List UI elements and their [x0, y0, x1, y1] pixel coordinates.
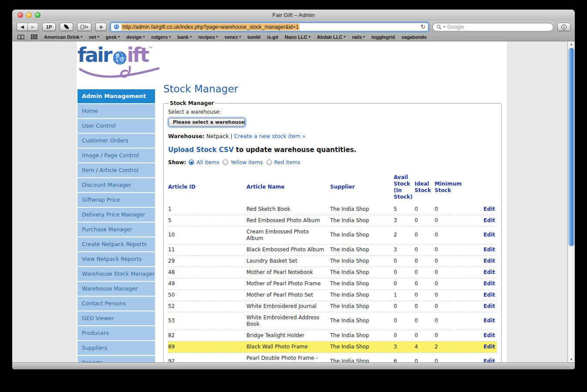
- edit-link[interactable]: Edit: [483, 247, 495, 253]
- close-button[interactable]: [17, 12, 23, 18]
- create-stock-item-link[interactable]: Create a new stock item »: [234, 133, 306, 139]
- edit-link[interactable]: Edit: [483, 358, 495, 362]
- edit-link[interactable]: Edit: [483, 292, 495, 298]
- bookmark-venez[interactable]: venez▾: [225, 34, 241, 40]
- resize-grip-icon[interactable]: [569, 363, 574, 368]
- logo-globe-icon: [113, 51, 127, 65]
- edit-link[interactable]: Edit: [483, 258, 495, 264]
- header-minimum-stock: Minimum Stock: [435, 181, 473, 194]
- sidebar-item-create-netpack-reports[interactable]: Create Netpack Reports: [78, 237, 155, 251]
- warehouse-line: Warehouse: Netpack | Create a new stock …: [168, 133, 497, 139]
- sidebar-item-warehouse-stock-manager[interactable]: Warehouse Stock Manager: [78, 267, 155, 281]
- bookmark-label: net: [89, 34, 96, 40]
- sidebar-item-geo-viewer[interactable]: GEO Viewer: [78, 311, 155, 325]
- bookmark-nano-llc[interactable]: Nano LLC▾: [285, 34, 310, 40]
- bookmark-label: Nano LLC: [285, 34, 307, 40]
- sidebar-item-giftwrap-price[interactable]: Giftwrap Price: [78, 193, 155, 207]
- sidebar-item-view-netpack-reports[interactable]: View Netpack Reports: [78, 252, 155, 266]
- radio-all-items[interactable]: All items: [189, 159, 219, 166]
- edit-link[interactable]: Edit: [483, 303, 495, 309]
- bookmark-net[interactable]: net▾: [89, 34, 99, 40]
- sidebar-item-contact-persons[interactable]: Contact Persons: [78, 297, 155, 311]
- desktop: Fair Gift – Admin ◀ ▶ 1P /> +: [0, 0, 587, 392]
- sidebar-item-home[interactable]: Home: [78, 104, 155, 118]
- bookmark-rails[interactable]: rails▾: [352, 34, 365, 40]
- bookmark-label: togglegrid: [371, 34, 395, 40]
- sidebar-item-user-control[interactable]: User Control: [78, 119, 155, 133]
- cell-article-name: White Embroidered Address Book: [246, 314, 330, 328]
- info-button[interactable]: i: [557, 23, 570, 31]
- window-title: Fair Gift – Admin: [12, 10, 575, 21]
- sidebar-item-suppliers[interactable]: Suppliers: [78, 341, 155, 355]
- cell-ideal-stock: 0: [415, 269, 435, 276]
- bookmark-bank[interactable]: bank▾: [177, 34, 192, 40]
- refresh-icon[interactable]: ↻: [421, 24, 425, 30]
- bookmark-rutgers[interactable]: rutgers▾: [151, 34, 171, 40]
- scroll-down-icon[interactable]: ▼: [568, 358, 575, 362]
- radio-red-items[interactable]: Red items: [267, 159, 300, 166]
- edit-link[interactable]: Edit: [483, 269, 495, 275]
- bookmark-design[interactable]: design▾: [126, 34, 145, 40]
- cell-actions: Edit: [473, 247, 497, 253]
- radio-icon: [189, 159, 194, 165]
- cell-ideal-stock: 0: [415, 206, 435, 213]
- address-bar[interactable]: http://admin.fairgift.co.uk/index.php?pa…: [111, 23, 428, 31]
- bookmark-vagabonds[interactable]: vagabonds: [401, 34, 427, 40]
- table-row: 50Mother of Pearl Photo SetThe India Sho…: [168, 290, 497, 301]
- bookmark-recipes[interactable]: recipes▾: [198, 34, 218, 40]
- sidebar-item-delivery-price-manager[interactable]: Delivery Price Manager: [78, 208, 155, 222]
- edit-link[interactable]: Edit: [483, 280, 495, 287]
- search-field[interactable]: ▼ Google: [432, 23, 553, 31]
- cell-actions: Edit: [473, 217, 497, 224]
- chevron-down-icon: ▾: [363, 35, 365, 39]
- radio-yellow-items[interactable]: Yellow items: [223, 159, 263, 166]
- warehouse-select[interactable]: Please select a warehouse ▲▼: [169, 118, 245, 127]
- panel-legend: Stock Manager: [169, 100, 215, 106]
- bookmark-togglegrid[interactable]: togglegrid: [371, 34, 395, 40]
- cell-avail-stock: 3: [394, 217, 415, 224]
- bookmarks-book-icon[interactable]: [17, 34, 24, 40]
- sidebar-item-customer-orders[interactable]: Customer Orders: [78, 134, 155, 148]
- sidebar-item-reports[interactable]: Reports: [78, 356, 155, 362]
- top-sites-icon[interactable]: [31, 34, 37, 39]
- edit-link[interactable]: Edit: [483, 232, 495, 238]
- edit-link[interactable]: Edit: [483, 344, 495, 350]
- back-button[interactable]: ◀: [17, 23, 27, 31]
- fairgift-logo[interactable]: fair ift ™: [78, 45, 165, 84]
- sidebar-item-warehouse-manager[interactable]: Warehouse Manager: [78, 282, 155, 296]
- bookmark-american-drink[interactable]: American Drink▾: [44, 34, 82, 40]
- edit-link[interactable]: Edit: [483, 206, 495, 212]
- sidebar-item-item-article-control[interactable]: Item / Article Control: [78, 163, 155, 177]
- bookmark-geek[interactable]: geek▾: [106, 34, 120, 40]
- title-bar[interactable]: Fair Gift – Admin: [12, 10, 575, 21]
- sidebar-item-purchase-manager[interactable]: Purchase Manager: [78, 223, 155, 237]
- one-password-button[interactable]: 1P: [42, 23, 56, 31]
- scrollbar-thumb[interactable]: [568, 48, 574, 246]
- forward-button[interactable]: ▶: [27, 23, 38, 31]
- header-supplier: Supplier: [330, 184, 394, 190]
- cell-supplier: The India Shop: [330, 344, 394, 350]
- code-button[interactable]: />: [77, 23, 91, 31]
- upload-stock-csv-link[interactable]: Upload Stock CSV: [168, 146, 234, 154]
- new-tab-button[interactable]: +: [95, 23, 107, 31]
- sidebar-item-discount-manager[interactable]: Discount Manager: [78, 178, 155, 192]
- bookmark-abdab-llc[interactable]: Abdab LLC▾: [317, 34, 346, 40]
- bookmark-is-gd[interactable]: is.gd: [267, 34, 278, 40]
- edit-link[interactable]: Edit: [483, 332, 495, 338]
- chevron-down-icon: ▾: [169, 35, 171, 39]
- scroll-up-icon[interactable]: ▲: [568, 42, 575, 46]
- sidebar-item-image-page-control[interactable]: Image / Page Control: [78, 149, 155, 162]
- leaf-button[interactable]: [60, 23, 73, 31]
- cell-article-id: 92: [168, 358, 246, 362]
- show-label: Show:: [168, 159, 186, 166]
- zoom-button[interactable]: [35, 12, 40, 18]
- vertical-scrollbar[interactable]: ▲ ▼: [567, 41, 575, 362]
- bookmark-tumbl[interactable]: tumbl: [247, 34, 260, 40]
- edit-link[interactable]: Edit: [483, 217, 495, 223]
- sidebar-header: Admin Management: [78, 89, 155, 103]
- cell-article-id: 49: [168, 280, 246, 287]
- edit-link[interactable]: Edit: [483, 318, 495, 324]
- logo-text-ift: ift: [127, 45, 148, 65]
- minimize-button[interactable]: [26, 12, 32, 18]
- sidebar-item-producers[interactable]: Producers: [78, 326, 155, 340]
